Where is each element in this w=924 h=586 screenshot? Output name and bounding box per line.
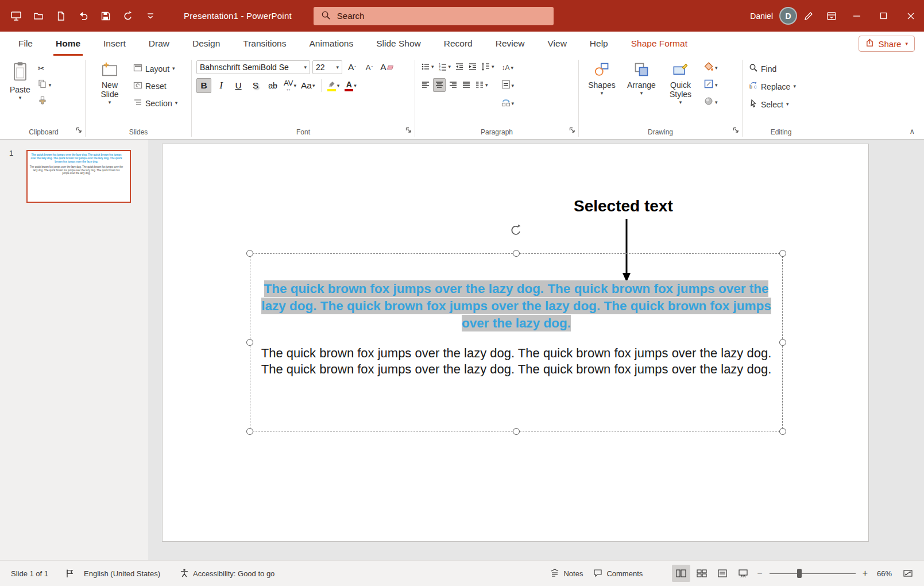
shape-outline-button[interactable]: ▾	[702, 78, 719, 92]
redo-button[interactable]	[121, 9, 135, 23]
bold-button[interactable]: B	[196, 78, 211, 93]
drawing-dialog-launcher-icon[interactable]	[733, 125, 739, 136]
format-painter-button[interactable]	[37, 95, 53, 109]
paragraph-dialog-launcher-icon[interactable]	[569, 125, 575, 136]
strikethrough-button[interactable]: ab	[265, 78, 280, 93]
bullets-button[interactable]: ▾	[420, 60, 435, 74]
italic-button[interactable]: I	[214, 78, 229, 93]
justify-button[interactable]	[461, 78, 472, 92]
tab-review[interactable]: Review	[484, 32, 536, 56]
minimize-button[interactable]	[843, 0, 870, 32]
body-paragraph[interactable]: The quick brown fox jumps over the lazy …	[257, 345, 775, 377]
resize-handle-bottom-middle[interactable]	[513, 428, 520, 435]
line-spacing-button[interactable]: ▾	[480, 60, 496, 74]
align-right-button[interactable]	[447, 78, 459, 92]
tab-transitions[interactable]: Transitions	[231, 32, 297, 56]
tab-shape-format[interactable]: Shape Format	[620, 32, 699, 56]
reset-button[interactable]: Reset	[132, 79, 179, 93]
zoom-slider-thumb[interactable]	[797, 569, 802, 578]
convert-to-smartart-button[interactable]: ▾	[500, 97, 516, 110]
reading-view-button[interactable]	[713, 565, 732, 582]
close-button[interactable]	[897, 0, 924, 32]
open-icon[interactable]	[32, 9, 45, 23]
zoom-slider[interactable]	[770, 573, 856, 574]
resize-handle-top-right[interactable]	[779, 250, 786, 257]
quick-styles-button[interactable]: Quick Styles ▾	[663, 60, 698, 109]
rotate-handle-icon[interactable]	[510, 224, 523, 239]
columns-button[interactable]: ▾	[474, 78, 489, 92]
notes-button[interactable]: Notes	[545, 561, 588, 586]
underline-button[interactable]: U	[231, 78, 246, 93]
section-button[interactable]: Section ▾	[132, 96, 179, 110]
share-button[interactable]: Share ▾	[859, 36, 915, 52]
save-button[interactable]	[99, 9, 113, 23]
find-button[interactable]: Find	[747, 61, 815, 76]
resize-handle-bottom-left[interactable]	[246, 428, 253, 435]
paste-button[interactable]: Paste ▾	[7, 60, 33, 109]
numbering-button[interactable]: 123 ▾	[437, 60, 453, 74]
font-color-button[interactable]: A ▾	[343, 78, 358, 93]
resize-handle-top-middle[interactable]	[513, 250, 520, 257]
text-shadow-button[interactable]: S	[248, 78, 263, 93]
clipboard-dialog-launcher-icon[interactable]	[76, 125, 82, 136]
tab-design[interactable]: Design	[181, 32, 231, 56]
fit-slide-to-window-button[interactable]	[899, 565, 917, 582]
resize-handle-middle-left[interactable]	[246, 339, 253, 346]
resize-handle-middle-right[interactable]	[779, 339, 786, 346]
new-file-icon[interactable]	[54, 9, 68, 23]
align-left-button[interactable]	[420, 78, 431, 92]
decrease-indent-button[interactable]	[454, 60, 465, 74]
collapse-ribbon-icon[interactable]: ∧	[909, 127, 915, 136]
new-slide-button[interactable]: New Slide ▾	[90, 60, 129, 110]
zoom-out-button[interactable]: −	[753, 568, 766, 579]
grow-font-button[interactable]: Aˆ	[345, 60, 359, 75]
text-box[interactable]: The quick brown fox jumps over the lazy …	[250, 253, 783, 431]
slide-show-view-button[interactable]	[734, 565, 752, 582]
slide-thumbnail[interactable]: The quick brown fox jumps over the lazy …	[26, 150, 131, 203]
comments-button[interactable]: Comments	[588, 561, 648, 586]
arrange-button[interactable]: Arrange ▾	[622, 60, 661, 109]
clear-formatting-button[interactable]: A	[379, 60, 394, 75]
proofing-button[interactable]	[60, 561, 79, 586]
selected-text[interactable]: The quick brown fox jumps over the lazy …	[261, 280, 771, 331]
align-text-button[interactable]: ▾	[500, 79, 516, 92]
highlighted-paragraph[interactable]: The quick brown fox jumps over the lazy …	[257, 280, 775, 332]
shape-fill-button[interactable]: ▾	[702, 61, 719, 75]
font-family-combo[interactable]: Bahnschrift SemiBold Se ▾	[196, 60, 310, 74]
tab-view[interactable]: View	[536, 32, 578, 56]
align-center-button[interactable]	[433, 78, 446, 92]
accessibility-button[interactable]: Accessibility: Good to go	[175, 561, 280, 586]
tab-draw[interactable]: Draw	[137, 32, 181, 56]
font-dialog-launcher-icon[interactable]	[405, 125, 412, 136]
resize-handle-top-left[interactable]	[246, 250, 253, 257]
avatar[interactable]: D	[779, 7, 797, 25]
tab-slide-show[interactable]: Slide Show	[365, 32, 432, 56]
tab-insert[interactable]: Insert	[92, 32, 137, 56]
shape-effects-button[interactable]: ▾	[702, 95, 719, 109]
customize-quick-access-icon[interactable]	[144, 9, 157, 23]
text-highlight-color-button[interactable]: ▾	[326, 78, 341, 93]
slide[interactable]: Selected text	[163, 144, 868, 541]
select-button[interactable]: Select ▾	[747, 97, 815, 111]
copy-button[interactable]: ▾	[37, 78, 53, 92]
layout-button[interactable]: Layout ▾	[132, 61, 179, 76]
undo-button[interactable]	[76, 9, 90, 23]
increase-indent-button[interactable]	[467, 60, 478, 74]
normal-view-button[interactable]	[672, 565, 690, 582]
tab-record[interactable]: Record	[432, 32, 484, 56]
tab-help[interactable]: Help	[578, 32, 620, 56]
shapes-button[interactable]: Shapes ▾	[583, 60, 620, 109]
replace-button[interactable]: bc Replace ▾	[747, 79, 815, 94]
language-button[interactable]: English (United States)	[79, 561, 165, 586]
search-box[interactable]: Search	[314, 7, 554, 25]
shrink-font-button[interactable]: Aˇ	[362, 60, 377, 75]
ink-pen-icon[interactable]	[797, 0, 820, 32]
slide-sorter-view-button[interactable]	[693, 565, 711, 582]
tab-home[interactable]: Home	[44, 32, 92, 56]
resize-handle-bottom-right[interactable]	[779, 428, 786, 435]
font-size-combo[interactable]: 22 ▾	[312, 60, 342, 74]
text-direction-button[interactable]: ↕A ▾	[500, 61, 516, 75]
character-spacing-button[interactable]: AV↔ ▾	[283, 78, 297, 93]
ribbon-display-options-icon[interactable]	[820, 0, 843, 32]
change-case-button[interactable]: Aa▾	[300, 78, 316, 93]
